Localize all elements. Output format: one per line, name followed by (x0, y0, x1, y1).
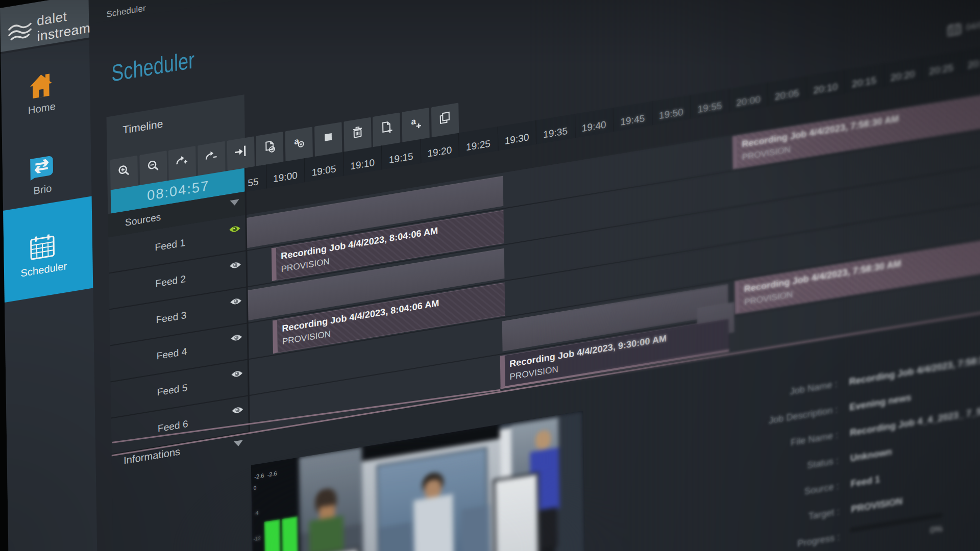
svg-text:a: a (411, 116, 416, 127)
